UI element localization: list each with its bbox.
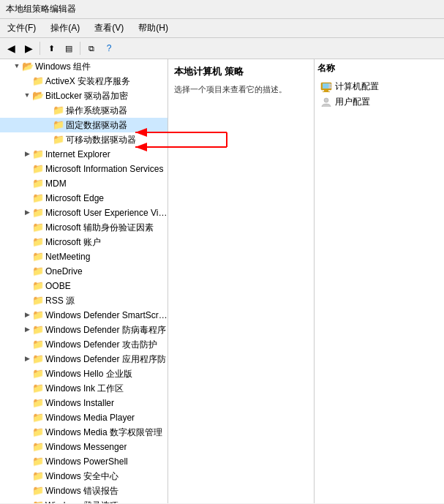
toggle-icon: ▼ [12, 61, 22, 72]
show-hide-button[interactable]: ▤ [61, 40, 77, 56]
tree-item-windows-components[interactable]: ▼ Windows 组件 [0, 59, 168, 74]
folder-icon-werr [32, 485, 44, 497]
toggle-spacer-mdm [22, 178, 32, 189]
window-title: 本地组策略编辑器 [6, 4, 76, 14]
new-window-button[interactable]: ⧉ [83, 40, 99, 56]
back-button[interactable]: ◀ [3, 40, 19, 56]
toggle-spacer-bl-os [42, 105, 53, 116]
tree-item-activex[interactable]: ActiveX 安装程序服务 [0, 74, 168, 89]
tree-item-wlogon[interactable]: Windows 登录选项 [0, 498, 168, 503]
tree-label-wi: Windows Ink 工作区 [45, 382, 124, 395]
toggle-spacer-medge [22, 193, 32, 203]
folder-icon-wmp [32, 412, 44, 424]
folder-icon-wmsgr [32, 441, 44, 453]
window: 本地组策略编辑器 文件(F) 操作(A) 查看(V) 帮助(H) ◀ ▶ ⬆ ▤… [0, 0, 444, 503]
tree-item-oobe[interactable]: OOBE [0, 279, 168, 293]
tree-label-winst: Windows Installer [45, 396, 114, 410]
tree-item-netmeeting[interactable]: NetMeeting [0, 249, 168, 264]
tree-item-bl-fixed[interactable]: 固定数据驱动器 [0, 118, 168, 132]
tree-item-wdag[interactable]: Windows Defender 攻击防护 [0, 337, 168, 352]
forward-button[interactable]: ▶ [20, 40, 37, 56]
props-panel: 名称 计算机配置 [315, 59, 444, 503]
folder-icon-ie [32, 148, 44, 160]
folder-icon-rss [32, 295, 44, 306]
toggle-wdss: ▶ [22, 310, 32, 320]
tree-item-wdapp[interactable]: ▶ Windows Defender 应用程序防 [0, 352, 168, 366]
tree-item-msi[interactable]: Microsoft Information Services [0, 162, 168, 176]
tree-item-macct[interactable]: Microsoft 账户 [0, 235, 168, 249]
toggle-spacer-nm [22, 252, 32, 262]
tree-label-bl-os: 操作系统驱动器 [66, 104, 127, 117]
toggle-ie: ▶ [22, 149, 32, 159]
tree-item-whello[interactable]: Windows Hello 企业版 [0, 366, 168, 381]
main-container: ▼ Windows 组件 ActiveX 安装程序服务 ▼ BitLocker … [0, 59, 444, 503]
toolbar: ◀ ▶ ⬆ ▤ ⧉ ? [0, 38, 444, 59]
help-button[interactable]: ? [101, 40, 117, 56]
toggle-spacer-wsc [22, 471, 32, 481]
prop-user-config[interactable]: 用户配置 [317, 94, 441, 110]
folder-icon-activex [32, 75, 44, 87]
tree-item-wdss[interactable]: ▶ Windows Defender SmartScree [0, 308, 168, 323]
toggle-spacer-wmdrm [22, 427, 32, 437]
toggle-spacer-oobe [22, 281, 32, 291]
tree-item-wmp[interactable]: Windows Media Player [0, 410, 168, 425]
tree-item-ie[interactable]: ▶ Internet Explorer [0, 147, 168, 162]
tree-label-bitlocker: BitLocker 驱动器加密 [45, 89, 128, 102]
tree-item-wmdrm[interactable]: Windows Media 数字权限管理 [0, 425, 168, 440]
svg-point-6 [324, 98, 328, 102]
menu-file[interactable]: 文件(F) [3, 20, 40, 36]
toggle-spacer-wmp [22, 413, 32, 423]
tree-item-wsc[interactable]: Windows 安全中心 [0, 469, 168, 484]
folder-icon-wdav [32, 324, 44, 336]
tree-item-wdav[interactable]: ▶ Windows Defender 防病毒程序 [0, 323, 168, 337]
tree-item-onedrive[interactable]: OneDrive [0, 264, 168, 279]
tree-label-muxe: Microsoft User Experience Virtu [45, 206, 168, 219]
tree-label-ie: Internet Explorer [45, 148, 110, 161]
folder-icon-macct [32, 236, 44, 248]
tree-label-nm: NetMeeting [45, 250, 90, 263]
tree-label-wdag: Windows Defender 攻击防护 [45, 338, 157, 351]
tree-item-mfido[interactable]: Microsoft 辅助身份验证因素 [0, 220, 168, 235]
svg-rect-5 [328, 86, 331, 89]
folder-icon-nm [32, 251, 44, 263]
menu-action[interactable]: 操作(A) [46, 20, 84, 36]
prop-user-config-label: 用户配置 [335, 96, 370, 108]
center-panel-title: 本地计算机 策略 [174, 65, 308, 78]
toggle-muxe: ▶ [22, 208, 32, 218]
toggle-spacer-msi [22, 164, 32, 174]
tree-item-bl-os[interactable]: 操作系统驱动器 [0, 103, 168, 118]
computer-config-icon [320, 81, 332, 93]
tree-label-activex: ActiveX 安装程序服务 [45, 75, 130, 88]
menu-help[interactable]: 帮助(H) [134, 20, 173, 36]
tree-label-wdav: Windows Defender 防病毒程序 [45, 323, 166, 336]
tree-label-wmp: Windows Media Player [45, 411, 135, 424]
tree-item-mdm[interactable]: MDM [0, 176, 168, 191]
toggle-spacer-rss [22, 296, 32, 306]
tree-item-wmsgr[interactable]: Windows Messenger [0, 440, 168, 454]
tree-label-oobe: OOBE [45, 279, 71, 293]
tree-item-rss[interactable]: RSS 源 [0, 293, 168, 308]
toggle-spacer-werr [22, 486, 32, 496]
toggle-spacer-wlogon [22, 500, 32, 503]
tree-item-muxe[interactable]: ▶ Microsoft User Experience Virtu [0, 206, 168, 220]
folder-icon-mdm [32, 178, 44, 189]
tree-label-mfido: Microsoft 辅助身份验证因素 [45, 221, 154, 234]
title-bar: 本地组策略编辑器 [0, 0, 444, 19]
prop-computer-config-label: 计算机配置 [335, 80, 379, 93]
tree-label-wdapp: Windows Defender 应用程序防 [45, 353, 166, 366]
tree-item-wps[interactable]: Windows PowerShell [0, 454, 168, 469]
tree-item-bl-removable[interactable]: 可移动数据驱动器 [0, 132, 168, 147]
tree-item-werr[interactable]: Windows 错误报告 [0, 484, 168, 498]
tree-label-mdm: MDM [45, 177, 67, 190]
tree-label-wmdrm: Windows Media 数字权限管理 [45, 426, 162, 439]
prop-computer-config[interactable]: 计算机配置 [317, 79, 441, 94]
toggle-spacer-od [22, 266, 32, 277]
tree-item-bitlocker[interactable]: ▼ BitLocker 驱动器加密 [0, 89, 168, 103]
tree-item-wink[interactable]: Windows Ink 工作区 [0, 381, 168, 396]
menu-view[interactable]: 查看(V) [90, 20, 128, 36]
up-button[interactable]: ⬆ [43, 40, 59, 56]
folder-icon-bl-os [53, 105, 64, 116]
tree-item-winst[interactable]: Windows Installer [0, 396, 168, 410]
tree-item-medge[interactable]: Microsoft Edge [0, 191, 168, 206]
svg-point-4 [328, 83, 331, 86]
